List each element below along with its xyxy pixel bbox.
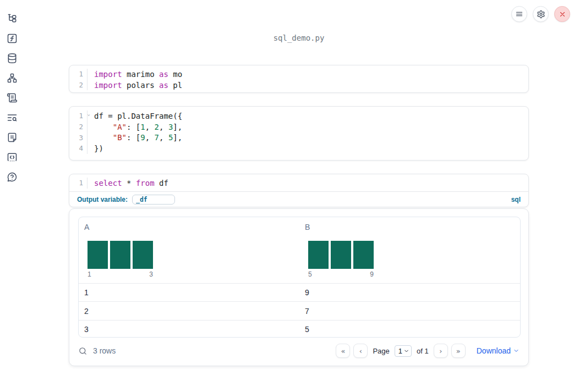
table-cell: 7 — [299, 307, 520, 316]
menu-button[interactable] — [511, 6, 527, 22]
fold-chevron-icon[interactable]: ⌄ — [88, 111, 90, 117]
chevron-down-icon — [403, 348, 409, 354]
column-name[interactable]: B — [305, 223, 515, 231]
line-number: 1 — [69, 69, 88, 80]
dataframe-table: A 1 3 B 5 9 — [78, 217, 521, 338]
histogram-axis: 5 9 — [308, 270, 374, 278]
page-select-value: 1 — [398, 347, 402, 355]
column-header-b: B 5 9 — [299, 217, 520, 283]
code-line: 1select * from df — [69, 178, 528, 189]
histogram-axis: 1 3 — [88, 270, 153, 278]
text-search-icon[interactable] — [7, 112, 18, 123]
table-cell: 3 — [79, 325, 299, 334]
histogram-bar — [88, 241, 108, 269]
column-a-histogram: 1 3 — [88, 241, 153, 278]
line-number: 3 — [69, 132, 88, 143]
line-number: 4 — [69, 143, 88, 154]
table-row[interactable]: 35 — [79, 320, 520, 338]
table-header: A 1 3 B 5 9 — [79, 217, 520, 283]
search-button[interactable]: 3 rows — [78, 346, 116, 356]
code-line: 2 "A": [1, 2, 3], — [69, 122, 528, 132]
download-label: Download — [477, 346, 511, 355]
histogram-bar — [331, 241, 351, 269]
database-icon[interactable] — [7, 53, 18, 64]
output-variable-label: Output variable: — [77, 196, 128, 203]
code-line: 1import marimo as mo — [69, 69, 528, 80]
line-number: 1 — [69, 178, 88, 189]
code-text[interactable]: df = pl.DataFrame({ — [88, 112, 182, 120]
histogram-bar — [308, 241, 329, 269]
sql-meta-row: Output variable: sql — [69, 192, 528, 207]
language-badge: sql — [511, 196, 521, 203]
page-label: Page — [373, 347, 389, 355]
sql-editor[interactable]: 1select * from df — [69, 174, 528, 192]
code-line: 2import polars as pl — [69, 80, 528, 91]
table-cell: 9 — [299, 288, 520, 297]
dependency-graph-icon[interactable] — [7, 73, 18, 84]
document-icon[interactable] — [7, 132, 18, 143]
code-text[interactable]: "A": [1, 2, 3], — [88, 123, 182, 131]
notebook-title: sql_demo.py — [69, 34, 529, 42]
table-row[interactable]: 19 — [79, 283, 520, 301]
search-icon — [78, 346, 88, 356]
sidebar — [0, 0, 24, 392]
help-bubble-icon[interactable] — [7, 172, 18, 183]
axis-min-label: 1 — [88, 270, 91, 278]
function-square-icon[interactable] — [7, 33, 18, 44]
code-line: 3 "B": [9, 7, 5], — [69, 132, 528, 143]
code-cell-imports[interactable]: 1import marimo as mo2import polars as pl — [69, 65, 529, 93]
table-body: 192735 — [79, 283, 520, 338]
first-page-button[interactable]: « — [336, 344, 350, 358]
row-count: 3 rows — [93, 346, 116, 355]
menu-icon — [515, 10, 523, 18]
histogram-bar — [110, 241, 130, 269]
scroll-logs-icon[interactable] — [7, 92, 18, 103]
code-cell-dataframe[interactable]: 1⌄df = pl.DataFrame({2 "A": [1, 2, 3],3 … — [69, 106, 529, 161]
settings-gear-icon — [537, 10, 545, 19]
axis-max-label: 9 — [370, 270, 374, 278]
sql-output-card: A 1 3 B 5 9 — [69, 208, 529, 366]
table-cell: 5 — [299, 325, 520, 334]
table-footer: 3 rows « ‹ Page 1 of 1 › » Download — [78, 343, 520, 358]
code-text[interactable]: "B": [9, 7, 5], — [88, 133, 182, 142]
output-variable-input[interactable] — [132, 195, 175, 205]
download-button[interactable]: Download — [477, 346, 520, 355]
page-of-label: of 1 — [417, 347, 429, 355]
table-cell: 1 — [79, 288, 299, 297]
close-icon — [559, 10, 566, 18]
chevron-down-icon — [513, 347, 520, 354]
axis-min-label: 5 — [308, 270, 312, 278]
code-text[interactable]: select * from df — [88, 179, 168, 187]
table-row[interactable]: 27 — [79, 301, 520, 319]
table-cell: 2 — [79, 307, 299, 316]
line-number: 2 — [69, 122, 88, 132]
page-select[interactable]: 1 — [395, 345, 412, 357]
code-line: 4}) — [69, 143, 528, 154]
code-line: 1⌄df = pl.DataFrame({ — [69, 111, 528, 122]
code-text[interactable]: }) — [88, 144, 103, 153]
axis-max-label: 3 — [149, 270, 153, 278]
file-tree-icon[interactable] — [7, 13, 18, 24]
histogram-bar — [353, 241, 374, 269]
last-page-button[interactable]: » — [451, 344, 466, 358]
code-snippets-icon[interactable] — [7, 152, 18, 163]
line-number: 1⌄ — [69, 111, 88, 122]
prev-page-button[interactable]: ‹ — [353, 344, 368, 358]
line-number: 2 — [69, 80, 88, 91]
settings-button[interactable] — [533, 6, 549, 22]
code-text[interactable]: import polars as pl — [88, 81, 182, 90]
histogram-bar — [133, 241, 153, 269]
sql-cell[interactable]: 1select * from df Output variable: sql — [69, 174, 529, 207]
next-page-button[interactable]: › — [434, 344, 448, 358]
column-name[interactable]: A — [84, 223, 294, 231]
column-header-a: A 1 3 — [79, 217, 299, 283]
code-text[interactable]: import marimo as mo — [88, 70, 182, 79]
topbar-actions — [511, 6, 570, 22]
shutdown-button[interactable] — [554, 6, 570, 22]
column-b-histogram: 5 9 — [308, 241, 374, 278]
pagination: « ‹ Page 1 of 1 › » Download — [336, 344, 520, 358]
